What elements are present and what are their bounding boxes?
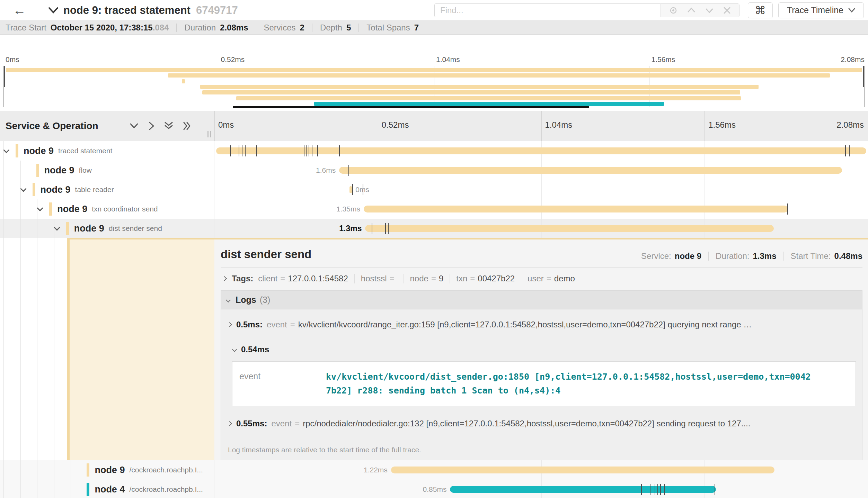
span-row: node 9traced statement — [0, 141, 868, 161]
log-event-tick[interactable] — [304, 145, 304, 156]
log-event-tick[interactable] — [845, 145, 846, 156]
span-name-cell[interactable]: node 9traced statement — [0, 141, 214, 161]
span-timeline-cell[interactable] — [214, 141, 868, 161]
log-field-key: event — [239, 370, 326, 398]
minimap-left-scrubber[interactable] — [4, 66, 5, 87]
expand-all-icon[interactable] — [164, 121, 174, 131]
log-entry-row[interactable]: 0.55ms:event=rpc/nodedialer/nodedialer.g… — [227, 419, 857, 428]
log-event-tick[interactable] — [657, 484, 658, 495]
log-event-tick[interactable] — [256, 145, 257, 156]
span-name-cell[interactable]: node 9flow — [0, 161, 214, 180]
log-event-tick[interactable] — [348, 165, 349, 176]
log-event-tick[interactable] — [385, 223, 386, 234]
timeline-tick-header[interactable]: 0ms0.52ms1.04ms1.56ms2.08ms — [214, 111, 868, 141]
divider — [783, 252, 784, 261]
collapse-one-level-icon[interactable] — [148, 121, 155, 131]
trace-stats-bar: Trace StartOctober 15 2020, 17:38:15.084… — [0, 21, 868, 35]
span-duration-bar[interactable] — [450, 486, 716, 493]
log-entry-row[interactable]: 0.5ms:event=kv/kvclient/kvcoord/range_it… — [227, 320, 857, 329]
service-color-bar — [49, 202, 52, 216]
span-timeline-cell[interactable]: 1.6ms — [214, 161, 868, 180]
find-clear-icon[interactable] — [723, 6, 731, 15]
indent-guide — [20, 238, 21, 460]
service-name: node 9 — [41, 184, 71, 195]
span-timeline-cell[interactable]: 1.3ms — [214, 219, 868, 238]
find-next-icon[interactable] — [705, 6, 714, 15]
span-duration-bar[interactable] — [391, 467, 774, 473]
indent-guide — [3, 238, 4, 460]
minimap-right-scrubber[interactable] — [863, 66, 864, 87]
logs-header[interactable]: Logs (3) — [221, 291, 862, 309]
log-event-tick[interactable] — [352, 184, 353, 195]
log-event-tick[interactable] — [660, 484, 661, 495]
trace-view-selector-button[interactable]: Trace Timeline — [778, 2, 864, 18]
chevron-down-icon[interactable] — [3, 147, 9, 153]
span-name-cell[interactable]: node 9dist sender send — [0, 219, 214, 238]
chevron-down-icon[interactable] — [20, 185, 26, 192]
log-event-tick[interactable] — [245, 145, 246, 156]
minimap-tick-label: 2.08ms — [841, 55, 865, 64]
log-event-tick[interactable] — [309, 145, 309, 156]
log-event-tick[interactable] — [849, 145, 850, 156]
log-entry-expanded-header[interactable]: 0.54ms — [228, 345, 857, 354]
log-event-tick[interactable] — [312, 145, 312, 156]
span-duration-bar[interactable] — [349, 186, 352, 193]
expand-one-level-icon[interactable] — [129, 123, 139, 129]
span-timeline-cell[interactable]: 1.35ms — [214, 199, 868, 219]
log-event-tick[interactable] — [339, 145, 340, 156]
log-event-tick[interactable] — [317, 145, 318, 156]
timeline-tick-label: 0.52ms — [378, 111, 409, 141]
chevron-down-icon[interactable] — [54, 224, 60, 230]
log-event-tick[interactable] — [664, 484, 665, 495]
trace-stat-depth: Depth5 — [320, 23, 351, 33]
log-event-tick[interactable] — [388, 223, 389, 234]
span-duration-bar[interactable] — [364, 206, 788, 212]
match-locate-icon[interactable] — [669, 6, 678, 15]
find-input[interactable] — [434, 3, 661, 17]
trace-title-chevron-down-icon[interactable] — [48, 7, 59, 14]
minimap-canvas[interactable] — [3, 66, 865, 107]
minimap-tick-label: 0ms — [3, 55, 19, 64]
log-event-tick[interactable] — [787, 203, 788, 215]
log-event-tick[interactable] — [306, 145, 307, 156]
span-name-cell[interactable]: node 9txn coordinator send — [0, 199, 214, 219]
service-name: node 9 — [24, 146, 54, 156]
minimap-viewport-indicator[interactable] — [233, 106, 589, 108]
log-event-tick[interactable] — [242, 145, 242, 156]
keyboard-shortcuts-button[interactable]: ⌘ — [748, 2, 773, 18]
log-event-tick[interactable] — [230, 145, 231, 156]
log-event-tick[interactable] — [372, 223, 372, 234]
find-prev-icon[interactable] — [687, 6, 696, 15]
log-event-tick[interactable] — [363, 184, 363, 195]
indent-guide — [71, 480, 71, 498]
span-duration-bar[interactable] — [339, 167, 842, 174]
log-event-tick[interactable] — [655, 484, 655, 495]
log-event-tick[interactable] — [715, 484, 715, 495]
column-resize-handle[interactable] — [207, 131, 211, 137]
span-timeline-cell[interactable]: 0ms — [214, 180, 868, 199]
tags-row[interactable]: Tags: client=127.0.0.1:54582hostssl=node… — [221, 274, 862, 283]
trace-stat-total-spans: Total Spans7 — [366, 23, 419, 33]
span-timeline-cell[interactable]: 1.22ms — [214, 460, 868, 480]
timeline-header: Service & Operation 0ms0.52ms1.04ms1.56m… — [0, 111, 868, 141]
log-event-tick[interactable] — [650, 484, 650, 495]
back-button[interactable]: ← — [0, 1, 39, 19]
span-duration-bar[interactable] — [365, 225, 773, 232]
span-detail-accent-bar[interactable] — [67, 238, 70, 460]
span-name-cell[interactable]: node 9table reader — [0, 180, 214, 199]
column-title: Service & Operation — [6, 120, 98, 132]
collapse-all-icon[interactable] — [183, 121, 192, 131]
span-name-cell[interactable]: node 4/cockroach.roachpb.I... — [0, 480, 214, 498]
indent-guide — [37, 460, 37, 480]
span-duration-bar[interactable] — [216, 147, 867, 154]
chevron-down-icon[interactable] — [37, 205, 43, 211]
span-timeline-cell[interactable]: 0.85ms — [214, 480, 868, 498]
indent-guide — [20, 219, 21, 238]
span-name-cell[interactable]: node 9/cockroach.roachpb.I... — [0, 460, 214, 480]
log-field-value: kv/kvclient/kvcoord/dist_sender.go:1850 … — [326, 370, 814, 398]
timeline-gridline — [378, 180, 378, 199]
service-color-bar — [87, 463, 89, 477]
logs-count: (3) — [260, 295, 271, 305]
log-event-tick[interactable] — [239, 145, 239, 156]
log-event-tick[interactable] — [641, 484, 642, 495]
